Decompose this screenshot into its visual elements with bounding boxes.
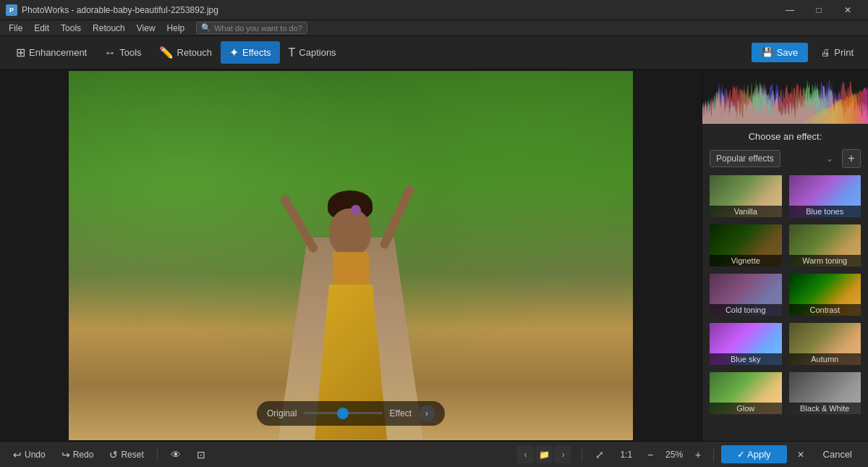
print-label: Print — [834, 47, 854, 58]
menubar: File Edit Tools Retouch View Help 🔍 What… — [0, 20, 868, 36]
captions-button[interactable]: T Captions — [280, 42, 345, 64]
zoom-in-button[interactable]: + — [690, 447, 706, 463]
cancel-button[interactable]: Cancel — [814, 445, 861, 463]
effect-label-warm-toning: Warm toning — [789, 255, 861, 266]
menu-retouch[interactable]: Retouch — [87, 22, 131, 35]
folder-button[interactable]: 📁 — [535, 446, 553, 463]
effects-icon: ✦ — [229, 46, 239, 59]
effect-slider-thumb[interactable] — [337, 408, 349, 419]
separator-3 — [713, 447, 714, 462]
retouch-button[interactable]: ✏️ Retouch — [150, 41, 221, 64]
right-panel: Choose an effect: Popular effects + Vani… — [702, 70, 868, 441]
effect-label-bw: Black & White — [789, 403, 861, 414]
close-button[interactable]: ✕ — [833, 0, 862, 20]
prev-photo-button[interactable]: ‹ — [516, 446, 534, 463]
redo-button[interactable]: ↪ Redo — [56, 447, 100, 463]
reset-icon: ↺ — [109, 449, 118, 460]
menu-view[interactable]: View — [131, 22, 161, 35]
effects-row-5: Glow Black & White — [708, 371, 862, 416]
next-photo-button[interactable]: › — [554, 446, 571, 463]
cancel-x-icon[interactable]: ✕ — [791, 447, 810, 462]
zoom-out-button[interactable]: − — [642, 447, 658, 463]
effects-button[interactable]: ✦ Effects — [221, 41, 280, 64]
app-icon: P — [6, 4, 17, 16]
effect-item-blue-sky[interactable]: Blue sky — [708, 321, 783, 366]
redo-label: Redo — [73, 450, 94, 460]
retouch-label: Retouch — [177, 47, 212, 58]
search-icon: 🔍 — [201, 23, 211, 33]
effects-row-4: Blue sky Autumn — [708, 321, 862, 366]
retouch-icon: ✏️ — [159, 46, 174, 59]
undo-icon: ↩ — [13, 449, 22, 460]
separator-1 — [157, 447, 158, 462]
zoom-ratio-button[interactable]: 1:1 — [614, 447, 638, 462]
menu-help[interactable]: Help — [161, 22, 191, 35]
effect-label-blue-sky: Blue sky — [710, 353, 782, 365]
effects-header: Choose an effect: — [702, 124, 868, 146]
menu-tools[interactable]: Tools — [55, 22, 87, 35]
print-button[interactable]: 🖨 Print — [814, 43, 861, 62]
effect-slider-track[interactable] — [304, 412, 382, 414]
photo-scene — [69, 71, 633, 440]
captions-icon: T — [289, 46, 296, 59]
maximize-button[interactable]: □ — [804, 0, 833, 20]
cancel-label: Cancel — [823, 449, 852, 460]
effect-item-vanilla[interactable]: Vanilla — [708, 174, 783, 219]
effect-item-blue-tones[interactable]: Blue tones — [788, 174, 863, 219]
hair-flower — [351, 205, 361, 215]
effect-label-contrast: Contrast — [789, 304, 861, 316]
search-placeholder: What do you want to do? — [214, 24, 302, 33]
effect-label: Effect — [390, 408, 412, 418]
histogram — [702, 70, 868, 124]
captions-label: Captions — [299, 47, 336, 58]
reset-button[interactable]: ↺ Reset — [103, 447, 149, 463]
eye-icon: 👁 — [171, 449, 181, 460]
minimize-button[interactable]: — — [775, 0, 804, 20]
original-label: Original — [267, 408, 297, 418]
effects-dropdown[interactable]: Popular effects — [710, 150, 780, 167]
tools-button[interactable]: ↔ Tools — [95, 42, 150, 64]
photo-container: Original Effect › — [69, 71, 633, 440]
preview-button[interactable]: 👁 — [165, 447, 187, 463]
fit-button[interactable]: ⤢ — [590, 447, 610, 463]
zoom-display: 25% — [663, 450, 686, 460]
effects-row-1: Vanilla Blue tones — [708, 174, 862, 219]
enhancement-label: Enhancement — [29, 47, 87, 58]
window-title: PhotoWorks - adorable-baby-beautiful-225… — [22, 5, 775, 15]
tools-icon: ↔ — [104, 46, 116, 59]
save-button[interactable]: 💾 Save — [752, 43, 809, 62]
effect-item-contrast[interactable]: Contrast — [788, 272, 863, 317]
effects-row-3: Cold toning Contrast — [708, 272, 862, 317]
effects-grid: Vanilla Blue tones Vignette — [702, 174, 868, 441]
histogram-canvas — [702, 70, 868, 124]
search-box[interactable]: 🔍 What do you want to do? — [196, 22, 307, 34]
effect-item-vignette[interactable]: Vignette — [708, 223, 783, 268]
crop-icon: ⊡ — [197, 449, 205, 460]
fit-icon: ⤢ — [595, 449, 604, 460]
effect-next-button[interactable]: › — [419, 405, 435, 421]
effect-item-cold-toning[interactable]: Cold toning — [708, 272, 783, 317]
enhancement-button[interactable]: ⊞ Enhancement — [7, 41, 95, 64]
effect-label-cold-toning: Cold toning — [710, 304, 782, 316]
enhancement-icon: ⊞ — [16, 46, 25, 59]
navigation-arrows: ‹ 📁 › — [516, 446, 571, 463]
separator-2 — [582, 447, 582, 462]
crop-button[interactable]: ⊡ — [191, 447, 211, 463]
effects-dropdown-row: Popular effects + — [702, 146, 868, 174]
effect-label-vignette: Vignette — [710, 255, 782, 266]
effect-item-bw[interactable]: Black & White — [788, 371, 863, 416]
effect-item-autumn[interactable]: Autumn — [788, 321, 863, 366]
menu-file[interactable]: File — [3, 22, 28, 35]
effects-row-2: Vignette Warm toning — [708, 223, 862, 268]
window-controls: — □ ✕ — [775, 0, 862, 20]
add-effect-button[interactable]: + — [842, 149, 861, 168]
effect-label-autumn: Autumn — [789, 353, 861, 365]
tools-label: Tools — [119, 47, 141, 58]
effect-item-glow[interactable]: Glow — [708, 371, 783, 416]
bottombar: ↩ Undo ↪ Redo ↺ Reset 👁 ⊡ ‹ 📁 › ⤢ 1:1 − … — [0, 441, 868, 467]
apply-button[interactable]: ✓ Apply — [721, 445, 786, 463]
menu-edit[interactable]: Edit — [28, 22, 55, 35]
effect-item-warm-toning[interactable]: Warm toning — [788, 223, 863, 268]
undo-button[interactable]: ↩ Undo — [7, 447, 51, 463]
effect-label-blue-tones: Blue tones — [789, 206, 861, 217]
